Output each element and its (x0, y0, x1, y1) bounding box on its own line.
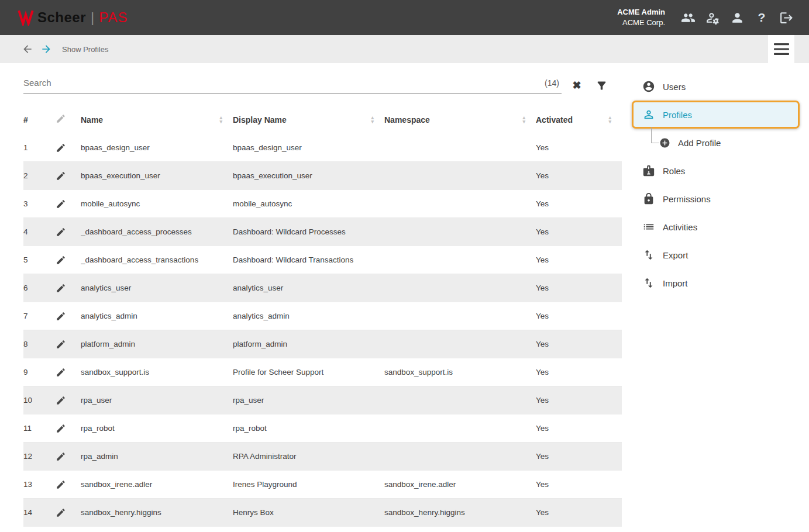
edit-pencil-icon (56, 479, 66, 490)
profile-activated: Yes (536, 227, 622, 236)
profile-display-name: Henrys Box (233, 508, 384, 517)
sort-icon: ▴▾ (371, 116, 374, 124)
edit-profile-button[interactable] (56, 283, 81, 293)
hamburger-menu-icon[interactable] (774, 43, 789, 55)
forward-arrow-icon[interactable] (39, 42, 54, 57)
profile-display-name: analytics_admin (233, 312, 384, 320)
column-header-name[interactable]: Name ▴▾ (81, 115, 233, 125)
add-circle-icon (659, 137, 670, 148)
scheer-logo-icon (18, 9, 34, 26)
edit-profile-button[interactable] (56, 143, 81, 153)
sidebar-item-add-profile[interactable]: Add Profile (622, 129, 809, 157)
profile-activated: Yes (536, 452, 622, 461)
profile-name: platform_admin (81, 340, 233, 348)
sidebar-item-label: Roles (663, 166, 685, 176)
table-row: 1 bpaas_design_user bpaas_design_user Ye… (23, 134, 622, 162)
edit-profile-button[interactable] (56, 339, 81, 350)
table-row: 13 sandbox_irene.adler Irenes Playground… (23, 471, 622, 499)
sidebar-item-roles[interactable]: Roles (622, 157, 809, 185)
sidebar-item-label: Export (663, 250, 688, 260)
edit-pencil-icon (56, 451, 66, 462)
sidebar-item-permissions[interactable]: Permissions (622, 185, 809, 213)
user-management-icon[interactable] (705, 10, 720, 25)
table-row: 6 analytics_user analytics_user Yes (23, 274, 622, 302)
edit-profile-button[interactable] (56, 367, 81, 378)
profile-name: sandbox_irene.adler (81, 480, 233, 489)
breadcrumb-bar: Show Profiles (0, 35, 809, 63)
profile-display-name: Dashboard: Wildcard Transactions (233, 255, 384, 264)
import-export-icon (642, 248, 655, 261)
row-index: 11 (23, 424, 56, 433)
edit-profile-button[interactable] (56, 227, 81, 237)
sidebar-item-label: Profiles (663, 110, 692, 120)
brand-separator: | (91, 9, 94, 26)
row-index: 1 (23, 143, 56, 152)
edit-profile-button[interactable] (56, 171, 81, 181)
help-icon[interactable]: ? (754, 10, 769, 25)
clear-search-icon[interactable]: ✖ (569, 77, 585, 94)
edit-profile-button[interactable] (56, 395, 81, 406)
edit-profile-button[interactable] (56, 423, 81, 434)
search-bar: (14) ✖ (23, 77, 610, 94)
back-arrow-icon[interactable] (20, 42, 35, 57)
row-index: 2 (23, 171, 56, 180)
table-row: 9 sandbox_support.is Profile for Scheer … (23, 358, 622, 386)
row-index: 14 (23, 508, 56, 517)
edit-pencil-icon (56, 255, 66, 265)
user-organization: ACME Corp. (617, 18, 665, 28)
profile-display-name: rpa_robot (233, 424, 384, 433)
table-row: 7 analytics_admin analytics_admin Yes (23, 302, 622, 330)
profiles-table-body: 1 bpaas_design_user bpaas_design_user Ye… (23, 134, 622, 527)
logout-icon[interactable] (779, 10, 794, 25)
row-index: 4 (23, 227, 56, 236)
profile-activated: Yes (536, 171, 622, 180)
sidebar-item-import[interactable]: Import (622, 269, 809, 297)
menu-box (768, 35, 794, 63)
user-groups-icon[interactable] (680, 10, 696, 25)
edit-pencil-icon (56, 311, 66, 322)
edit-profile-button[interactable] (56, 255, 81, 265)
row-index: 12 (23, 452, 56, 461)
edit-profile-button[interactable] (56, 311, 81, 322)
profile-name: analytics_user (81, 284, 233, 292)
sidebar-item-users[interactable]: Users (622, 72, 809, 101)
row-index: 8 (23, 340, 56, 348)
person-icon (642, 108, 655, 121)
edit-column-pencil-icon (56, 113, 81, 126)
row-index: 13 (23, 480, 56, 489)
sidebar-item-label: Permissions (663, 194, 711, 204)
profile-display-name: rpa_user (233, 396, 384, 405)
user-name: ACME Admin (617, 7, 665, 18)
column-header-display-name[interactable]: Display Name ▴▾ (233, 115, 384, 125)
profile-namespace: sandbox_henry.higgins (384, 508, 536, 517)
profile-activated: Yes (536, 424, 622, 433)
list-icon (642, 220, 655, 233)
edit-pencil-icon (56, 283, 66, 293)
sort-icon: ▴▾ (522, 116, 525, 124)
edit-profile-button[interactable] (56, 199, 81, 209)
row-index: 9 (23, 368, 56, 376)
sidebar-item-activities[interactable]: Activities (622, 213, 809, 241)
edit-pencil-icon (56, 199, 66, 209)
sidebar-item-profiles[interactable]: Profiles (634, 102, 798, 127)
edit-pencil-icon (56, 367, 66, 378)
filter-icon[interactable] (593, 77, 610, 94)
search-input[interactable] (23, 78, 545, 88)
edit-pencil-icon (56, 143, 66, 153)
profile-activated: Yes (536, 312, 622, 320)
sidebar-item-export[interactable]: Export (622, 241, 809, 269)
column-header-namespace[interactable]: Namespace ▴▾ (384, 115, 536, 125)
edit-profile-button[interactable] (56, 479, 81, 490)
sort-icon: ▴▾ (608, 116, 611, 124)
active-item-highlight: Profiles (632, 101, 800, 129)
row-index: 5 (23, 255, 56, 264)
account-icon[interactable] (729, 10, 745, 25)
row-index: 3 (23, 199, 56, 208)
edit-profile-button[interactable] (56, 507, 81, 518)
sidebar-nav: UsersProfilesAdd ProfileRolesPermissions… (622, 63, 809, 532)
edit-pencil-icon (56, 227, 66, 237)
profile-name: mobile_autosync (81, 199, 233, 208)
profile-display-name: Profile for Scheer Support (233, 368, 384, 376)
edit-profile-button[interactable] (56, 451, 81, 462)
column-header-activated[interactable]: Activated ▴▾ (536, 115, 622, 125)
